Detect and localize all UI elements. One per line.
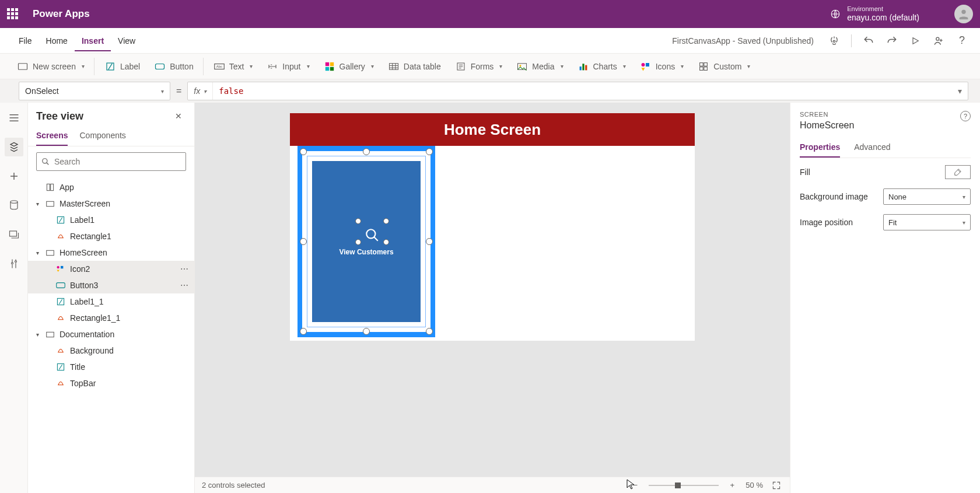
screen-icon: [18, 61, 28, 72]
app-launcher-icon[interactable]: [7, 8, 19, 20]
form-icon: [456, 61, 466, 72]
chevron-down-icon: ▾: [161, 88, 164, 95]
insert-label-text: Label: [120, 62, 140, 71]
svg-rect-9: [325, 62, 328, 65]
redo-icon[interactable]: [886, 34, 898, 47]
insert-custom-button[interactable]: Custom▾: [692, 58, 757, 75]
table-icon: [388, 61, 399, 72]
svg-rect-13: [389, 63, 398, 69]
insert-text-button[interactable]: Abc Text▾: [208, 58, 260, 75]
insert-gallery-label: Gallery: [340, 62, 365, 71]
svg-rect-23: [704, 62, 708, 66]
environment-name: enayu.com (default): [847, 13, 919, 23]
insert-icons-label: Icons: [656, 62, 675, 71]
text-icon: Abc: [214, 61, 225, 72]
insert-icons-button[interactable]: Icons▾: [635, 58, 690, 75]
property-selector[interactable]: OnSelect ▾: [19, 82, 170, 100]
svg-rect-24: [700, 67, 704, 70]
chart-icon: [578, 61, 589, 72]
svg-rect-19: [585, 65, 587, 70]
app-checker-icon[interactable]: [828, 34, 841, 47]
gallery-icon: [324, 61, 335, 72]
insert-forms-button[interactable]: Forms▾: [450, 58, 509, 75]
new-screen-label: New screen: [33, 62, 76, 71]
menu-file[interactable]: File: [12, 30, 39, 51]
media-icon: [517, 61, 527, 72]
insert-button-button[interactable]: Button: [149, 58, 203, 75]
formula-input[interactable]: false: [213, 82, 952, 100]
insert-charts-button[interactable]: Charts▾: [572, 58, 632, 75]
insert-label-button[interactable]: Label: [99, 58, 146, 75]
document-title: FirstCanvasApp - Saved (Unpublished): [672, 36, 814, 46]
button-icon: [155, 61, 165, 72]
svg-point-1: [961, 10, 965, 14]
menu-view[interactable]: View: [111, 30, 142, 51]
insert-custom-label: Custom: [713, 62, 741, 71]
environment-picker[interactable]: Environment enayu.com (default): [830, 5, 919, 23]
svg-point-3: [936, 37, 939, 40]
menu-home[interactable]: Home: [39, 30, 75, 51]
svg-rect-25: [704, 67, 708, 70]
environment-label: Environment: [847, 5, 919, 13]
property-selector-value: OnSelect: [25, 86, 59, 96]
input-icon: [267, 61, 278, 72]
fx-button[interactable]: fx▾: [188, 82, 213, 100]
share-icon[interactable]: [932, 34, 945, 47]
svg-rect-6: [156, 64, 164, 69]
insert-input-label: Input: [282, 62, 300, 71]
new-screen-button[interactable]: New screen▾: [12, 58, 94, 75]
svg-point-16: [520, 65, 522, 67]
insert-datatable-button[interactable]: Data table: [383, 58, 447, 75]
global-header: Power Apps Environment enayu.com (defaul…: [0, 0, 980, 28]
user-avatar[interactable]: [954, 5, 973, 23]
svg-point-20: [641, 63, 645, 67]
svg-point-2: [833, 40, 835, 42]
formula-bar: OnSelect ▾ = fx▾ false ▾: [0, 79, 980, 103]
insert-button-text: Button: [170, 62, 193, 71]
svg-rect-17: [579, 67, 581, 70]
svg-rect-4: [19, 63, 27, 69]
svg-rect-11: [325, 67, 328, 70]
svg-rect-18: [582, 64, 584, 70]
play-icon[interactable]: [909, 34, 922, 47]
insert-input-button[interactable]: Input▾: [261, 58, 316, 75]
insert-ribbon: New screen▾ Label Button Abc Text▾ Input…: [0, 54, 980, 79]
brand-title: Power Apps: [33, 8, 90, 20]
label-icon: [105, 61, 116, 72]
insert-text-label: Text: [229, 62, 244, 71]
svg-rect-22: [700, 62, 704, 66]
custom-icon: [698, 61, 709, 72]
help-icon[interactable]: ?: [956, 34, 968, 47]
insert-charts-label: Charts: [593, 62, 617, 71]
formula-input-container: fx▾ false ▾: [187, 82, 968, 100]
globe-icon: [830, 8, 841, 20]
insert-forms-label: Forms: [471, 62, 494, 71]
expand-formula-icon[interactable]: ▾: [952, 86, 968, 96]
svg-rect-12: [330, 67, 333, 70]
insert-datatable-label: Data table: [404, 62, 441, 71]
menu-bar: File Home Insert View FirstCanvasApp - S…: [0, 28, 980, 54]
insert-media-label: Media: [532, 62, 554, 71]
undo-icon[interactable]: [862, 34, 875, 47]
svg-rect-10: [330, 62, 333, 65]
svg-text:Abc: Abc: [216, 65, 222, 68]
svg-rect-21: [646, 63, 649, 67]
icons-icon: [640, 61, 651, 72]
divider: [851, 34, 852, 47]
insert-media-button[interactable]: Media▾: [511, 58, 569, 75]
insert-gallery-button[interactable]: Gallery▾: [318, 58, 380, 75]
menu-insert[interactable]: Insert: [75, 30, 111, 51]
equals-sign: =: [176, 86, 181, 96]
